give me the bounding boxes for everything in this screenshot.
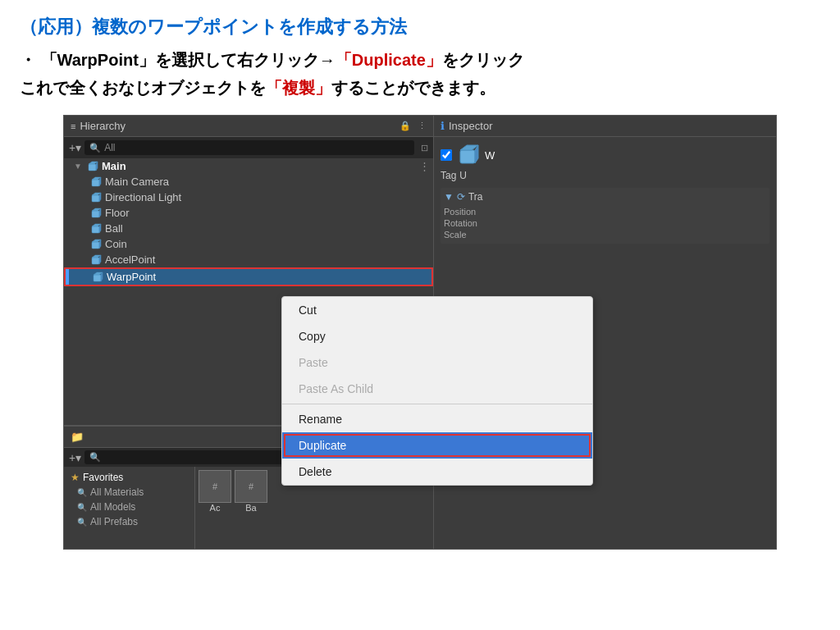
favorites-label: Favorites — [83, 472, 123, 483]
hierarchy-item-coin-label: Coin — [105, 238, 127, 250]
ctx-rename[interactable]: Rename — [282, 406, 592, 432]
transform-header: ▼ ⟳ Tra — [444, 191, 766, 203]
desc2b-highlight: 「複製」 — [266, 79, 331, 97]
hierarchy-item-directional-light[interactable]: Directional Light — [64, 189, 433, 205]
ctx-copy[interactable]: Copy — [282, 323, 592, 349]
info-icon: ℹ — [441, 120, 445, 132]
svg-rect-6 — [92, 195, 99, 202]
favorites-header: ★ Favorites — [64, 470, 194, 485]
asset-item-ba[interactable]: # Ba — [235, 470, 267, 546]
ctx-duplicate[interactable]: Duplicate — [282, 432, 592, 459]
expand-arrow-main: ▼ — [74, 162, 84, 171]
hierarchy-item-floor[interactable]: Floor — [64, 205, 433, 221]
ctx-divider — [282, 404, 592, 404]
project-search-icon: 🔍 — [89, 452, 101, 463]
desc2a: これで全くおなじオブジェクトを — [20, 79, 266, 97]
cube-icon-floor — [90, 208, 102, 219]
rotation-label: Rotation — [444, 218, 477, 228]
desc-line-2: これで全くおなじオブジェクトを「複製」することができます。 — [20, 75, 820, 100]
svg-rect-0 — [89, 164, 96, 171]
svg-marker-17 — [99, 240, 101, 249]
hierarchy-item-main[interactable]: ▼ Main ⋮ — [64, 158, 433, 174]
page-title: （応用）複数のワープポイントを作成する方法 — [20, 15, 820, 39]
hierarchy-item-main-label: Main — [102, 160, 126, 172]
cube-icon-ball — [90, 223, 102, 235]
desc2c: することができます。 — [331, 79, 495, 97]
ctx-delete[interactable]: Delete — [282, 459, 592, 485]
transform-section: ▼ ⟳ Tra Position Rotation Scale — [441, 188, 769, 244]
hierarchy-header-left: ≡ Hierarchy — [71, 120, 126, 132]
svg-marker-20 — [99, 255, 101, 264]
ctx-paste-as-child: Paste As Child — [282, 376, 592, 402]
desc1b-highlight: 「Duplicate」 — [336, 51, 442, 69]
favorites-panel: ★ Favorites 🔍 All Materials 🔍 All Models — [64, 467, 195, 549]
fav-prefabs-label: All Prefabs — [90, 516, 138, 527]
svg-rect-12 — [92, 226, 99, 233]
inspector-object-row: W — [441, 144, 769, 167]
active-toggle[interactable] — [441, 149, 452, 161]
hierarchy-item-more: ⋮ — [419, 160, 430, 172]
search-small-icon2: 🔍 — [77, 503, 87, 512]
cube-icon-inspector — [457, 144, 480, 167]
svg-marker-11 — [99, 208, 101, 217]
hierarchy-item-ball[interactable]: Ball — [64, 221, 433, 236]
transform-icon: ⟳ — [457, 191, 465, 203]
asset-label-ba: Ba — [245, 503, 256, 513]
selection-bar — [66, 269, 69, 285]
hierarchy-header-icons: 🔒 ⋮ — [399, 121, 427, 131]
search-small-icon: 🔍 — [77, 488, 87, 497]
transform-label: Tra — [468, 191, 483, 203]
search-icon: 🔍 — [89, 143, 101, 153]
hierarchy-item-main-camera[interactable]: Main Camera — [64, 174, 433, 189]
hierarchy-header: ≡ Hierarchy 🔒 ⋮ — [64, 116, 433, 137]
svg-rect-21 — [94, 275, 101, 281]
folder-icon: 📁 — [71, 431, 84, 443]
expand-icon: ▼ — [444, 191, 454, 203]
project-add-button[interactable]: +▾ — [69, 451, 81, 464]
unity-editor-area: ≡ Hierarchy 🔒 ⋮ +▾ 🔍 All ⊡ — [63, 115, 777, 550]
hierarchy-search-bar: +▾ 🔍 All ⊡ — [64, 137, 433, 158]
hierarchy-item-main-camera-label: Main Camera — [105, 176, 169, 188]
lock-icon: 🔒 — [399, 121, 411, 131]
scale-label: Scale — [444, 230, 467, 240]
asset-item-ac[interactable]: # Ac — [199, 470, 231, 546]
cube-icon-dir-light — [90, 192, 102, 203]
tag-value: U — [459, 170, 467, 181]
hierarchy-add-button[interactable]: +▾ — [69, 141, 81, 154]
hierarchy-search-text: All — [104, 142, 115, 153]
svg-marker-5 — [99, 177, 101, 186]
svg-marker-26 — [475, 145, 478, 163]
inspector-title: Inspector — [449, 120, 492, 132]
cube-icon-accelpoint — [90, 254, 102, 266]
inspector-obj-name: W — [485, 149, 495, 162]
hierarchy-item-warppoint-label: WarpPoint — [107, 271, 156, 283]
hierarchy-search-input-area[interactable]: 🔍 All — [84, 140, 414, 155]
svg-rect-3 — [92, 180, 99, 186]
inspector-header: ℹ Inspector — [434, 116, 776, 137]
hierarchy-item-accelpoint[interactable]: AccelPoint — [64, 252, 433, 267]
svg-marker-14 — [99, 224, 101, 233]
hierarchy-item-warppoint[interactable]: WarpPoint — [64, 267, 433, 286]
svg-marker-2 — [96, 162, 98, 171]
inspector-tag-row: Tag U — [441, 170, 769, 181]
hierarchy-title: Hierarchy — [80, 120, 126, 132]
position-row: Position — [444, 206, 766, 217]
desc1c: をクリック — [442, 51, 524, 69]
svg-rect-9 — [92, 211, 99, 217]
page-content: （応用）複数のワープポイントを作成する方法 ・ 「WarpPoint」を選択して… — [0, 0, 840, 550]
svg-rect-15 — [92, 242, 99, 249]
hierarchy-list-icon: ≡ — [71, 121, 75, 131]
fav-item-models[interactable]: 🔍 All Models — [64, 500, 194, 514]
ctx-cut[interactable]: Cut — [282, 297, 592, 323]
hierarchy-item-coin[interactable]: Coin — [64, 236, 433, 252]
svg-rect-24 — [460, 150, 475, 163]
search-clear-icon: ⊡ — [421, 143, 428, 153]
fav-item-prefabs[interactable]: 🔍 All Prefabs — [64, 514, 194, 529]
cube-icon-main-camera — [90, 176, 102, 188]
position-label: Position — [444, 207, 476, 217]
ctx-duplicate-label: Duplicate — [299, 439, 346, 452]
fav-item-materials[interactable]: 🔍 All Materials — [64, 485, 194, 500]
desc-line-1: ・ 「WarpPoint」を選択して右クリック→「Duplicate」をクリック — [20, 48, 820, 72]
fav-models-label: All Models — [90, 501, 135, 513]
rotation-row: Rotation — [444, 217, 766, 229]
